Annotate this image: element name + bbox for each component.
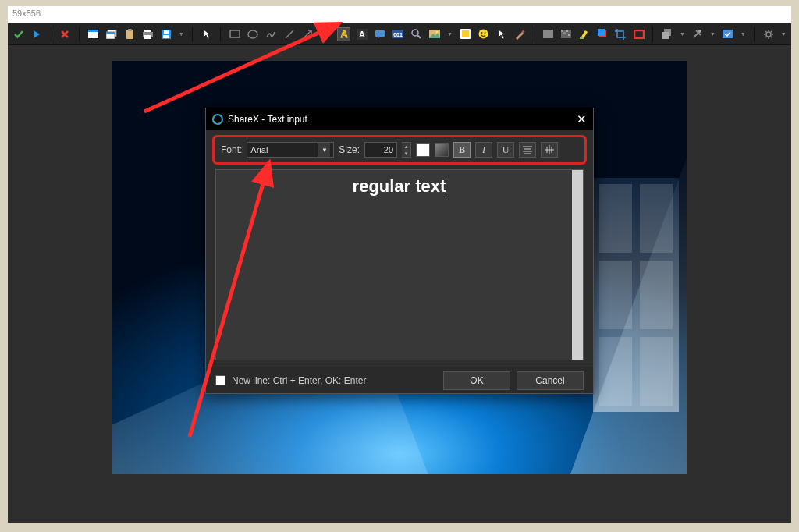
image-dropdown-icon[interactable]: ▼ <box>447 28 453 41</box>
actions-icon[interactable] <box>722 28 733 41</box>
svg-rect-36 <box>561 30 563 32</box>
duplicate-dropdown-icon[interactable]: ▼ <box>680 28 686 41</box>
ok-button[interactable]: OK <box>443 371 510 390</box>
svg-point-29 <box>478 30 488 39</box>
save-icon[interactable] <box>160 28 172 41</box>
svg-rect-20 <box>375 30 385 37</box>
svg-point-30 <box>481 32 482 34</box>
text-bg-icon[interactable]: A <box>356 28 368 41</box>
svg-text:001: 001 <box>394 32 403 37</box>
pixelate-icon[interactable] <box>560 28 572 41</box>
tools-icon[interactable] <box>691 28 703 41</box>
ellipse-icon[interactable] <box>247 28 258 41</box>
font-value: Arial <box>250 145 268 154</box>
blur-icon[interactable] <box>542 28 554 41</box>
svg-text:A: A <box>359 30 365 39</box>
sharex-logo-icon <box>212 114 223 125</box>
size-label: Size: <box>339 144 360 155</box>
svg-rect-43 <box>634 30 644 38</box>
svg-rect-12 <box>164 30 169 34</box>
highlight-icon[interactable] <box>578 28 590 41</box>
image-icon[interactable] <box>428 28 440 41</box>
dialog-title: ShareX - Text input <box>228 114 307 125</box>
underline-button[interactable]: U <box>497 142 514 158</box>
text-color-swatch[interactable] <box>416 143 430 157</box>
speech-icon[interactable] <box>375 28 386 41</box>
cancel-icon[interactable] <box>59 28 71 41</box>
text-outline-icon[interactable]: A <box>338 28 350 41</box>
clipboard-icon[interactable] <box>123 28 135 41</box>
svg-point-48 <box>766 32 771 37</box>
svg-text:A: A <box>340 29 347 40</box>
svg-rect-1 <box>88 30 98 32</box>
hint-label: New line: Ctrl + Enter, OK: Enter <box>232 375 366 386</box>
svg-rect-11 <box>163 35 169 38</box>
svg-point-31 <box>484 32 485 34</box>
newline-checkbox[interactable] <box>215 375 225 385</box>
play-icon[interactable] <box>30 28 42 41</box>
svg-rect-6 <box>128 29 132 31</box>
title-strip: 59x556 <box>8 6 791 23</box>
settings-icon[interactable] <box>762 28 774 41</box>
redrect-icon[interactable] <box>633 28 645 41</box>
svg-line-16 <box>304 31 311 38</box>
size-input[interactable] <box>364 142 397 158</box>
freehand-icon[interactable] <box>265 28 277 41</box>
cancel-button[interactable]: Cancel <box>517 371 584 390</box>
duplicate-icon[interactable] <box>661 28 673 41</box>
arrow-icon[interactable] <box>301 28 313 41</box>
svg-point-14 <box>248 30 257 38</box>
actions-dropdown-icon[interactable]: ▼ <box>740 28 746 41</box>
svg-rect-33 <box>543 30 553 38</box>
italic-button[interactable]: I <box>475 142 492 158</box>
svg-rect-47 <box>723 30 733 38</box>
svg-rect-37 <box>566 30 568 32</box>
close-icon[interactable]: ✕ <box>577 112 587 126</box>
bg-color-swatch[interactable] <box>435 143 449 157</box>
rect-icon[interactable] <box>229 28 240 41</box>
align-middle-button[interactable] <box>541 142 558 158</box>
svg-point-23 <box>412 30 418 36</box>
svg-rect-40 <box>580 37 584 39</box>
crop-icon[interactable] <box>615 28 627 41</box>
magnify-icon[interactable] <box>410 28 422 41</box>
step-icon[interactable]: 001 <box>392 28 404 41</box>
settings-dropdown-icon[interactable]: ▼ <box>780 28 787 41</box>
size-spinner[interactable]: ▲▼ <box>402 142 411 158</box>
svg-line-15 <box>286 30 293 38</box>
save-dropdown-icon[interactable]: ▼ <box>178 28 184 41</box>
sticker-icon[interactable] <box>459 28 471 41</box>
line-icon[interactable] <box>283 28 295 41</box>
canvas-area: ShareX - Text input ✕ Font: Arial ▼ Size… <box>8 45 791 523</box>
chevron-down-icon: ▼ <box>318 143 330 157</box>
svg-rect-7 <box>144 30 151 32</box>
svg-point-46 <box>698 30 701 33</box>
text-area[interactable]: regular text <box>215 169 584 360</box>
svg-rect-42 <box>598 29 605 36</box>
stamp-icon[interactable] <box>513 28 525 41</box>
print-icon[interactable] <box>142 28 154 41</box>
tools-dropdown-icon[interactable]: ▼ <box>709 28 716 41</box>
svg-rect-4 <box>106 32 115 34</box>
window-icon[interactable] <box>87 28 99 41</box>
svg-line-24 <box>417 35 421 38</box>
align-center-button[interactable] <box>519 142 536 158</box>
editor-window: 59x556 ▼ A A 001 ▼ <box>8 6 791 523</box>
color-icon[interactable] <box>596 28 608 41</box>
dialog-titlebar[interactable]: ShareX - Text input ✕ <box>206 108 593 130</box>
arrow2-icon[interactable] <box>320 28 332 41</box>
cursor-icon[interactable] <box>201 28 212 41</box>
cursor2-icon[interactable] <box>495 28 507 41</box>
text-input-dialog: ShareX - Text input ✕ Font: Arial ▼ Size… <box>205 108 594 394</box>
confirm-icon[interactable] <box>12 28 24 41</box>
svg-rect-13 <box>230 30 240 37</box>
text-format-toolbar: Font: Arial ▼ Size: ▲▼ B I U <box>212 135 587 165</box>
emoji-icon[interactable] <box>478 28 489 41</box>
svg-rect-45 <box>662 32 669 39</box>
svg-rect-28 <box>462 30 469 37</box>
bold-button[interactable]: B <box>453 142 471 158</box>
windows-icon[interactable] <box>105 28 117 41</box>
svg-point-26 <box>436 31 439 34</box>
font-label: Font: <box>221 144 242 155</box>
font-select[interactable]: Arial ▼ <box>247 142 334 158</box>
